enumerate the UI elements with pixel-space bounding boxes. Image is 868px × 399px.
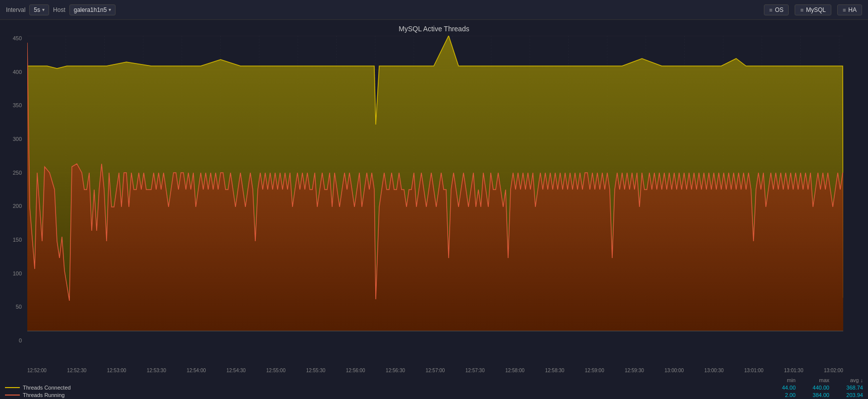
chart-container: MySQL Active Threads 0 50 100 150 200 25… — [0, 20, 868, 399]
y-label-450: 450 — [0, 36, 25, 41]
legend-item-connected: Threads Connected — [5, 385, 71, 391]
chart-svg — [27, 36, 843, 343]
topbar: Interval 5s Host galera1h1n5 ≡ OS ≡ MySQ… — [0, 0, 868, 20]
chart-title: MySQL Active Threads — [0, 20, 868, 35]
x-label-8: 12:56:00 — [346, 368, 365, 373]
y-label-400: 400 — [0, 69, 25, 75]
ha-label: HA — [848, 6, 857, 13]
y-label-250: 250 — [0, 170, 25, 176]
x-label-6: 12:55:00 — [266, 368, 286, 373]
connected-min: 44.00 — [766, 385, 796, 391]
host-label: Host — [53, 6, 65, 13]
legend-color-running — [5, 395, 20, 396]
x-label-18: 13:01:00 — [744, 368, 763, 373]
legend-label-connected: Threads Connected — [23, 385, 71, 391]
topbar-right: ≡ OS ≡ MySQL ≡ HA — [764, 4, 862, 15]
y-axis: 0 50 100 150 200 250 300 350 400 450 — [0, 36, 25, 343]
os-icon: ≡ — [769, 7, 772, 13]
y-label-100: 100 — [0, 271, 25, 276]
connected-max: 440.00 — [800, 385, 829, 391]
legend-color-connected — [5, 387, 20, 388]
y-label-200: 200 — [0, 203, 25, 209]
ha-nav-button[interactable]: ≡ HA — [837, 4, 862, 15]
running-min: 2.00 — [766, 392, 796, 398]
connected-avg: 368.74 — [833, 385, 863, 391]
interval-dropdown[interactable]: 5s — [29, 4, 49, 15]
y-label-150: 150 — [0, 237, 25, 243]
stat-header-max: max — [800, 377, 829, 383]
x-label-9: 12:56:30 — [386, 368, 405, 373]
x-label-16: 13:00:00 — [665, 368, 684, 373]
running-avg: 203.94 — [833, 392, 863, 398]
x-label-14: 12:59:00 — [585, 368, 604, 373]
ha-icon: ≡ — [843, 7, 846, 13]
stats-row-connected: 44.00 440.00 368.74 — [766, 385, 863, 391]
stat-header-min: min — [766, 377, 796, 383]
x-axis: 12:52:00 12:52:30 12:53:00 12:53:30 12:5… — [27, 368, 843, 373]
stats-header-row: min max avg ↓ — [766, 377, 863, 383]
legend-label-running: Threads Running — [23, 392, 64, 398]
x-label-2: 12:53:00 — [107, 368, 126, 373]
mysql-icon: ≡ — [800, 7, 803, 13]
y-label-0: 0 — [0, 338, 25, 343]
topbar-left: Interval 5s Host galera1h1n5 — [6, 4, 764, 15]
os-label: OS — [775, 6, 783, 13]
os-nav-button[interactable]: ≡ OS — [764, 4, 789, 15]
host-dropdown[interactable]: galera1h1n5 — [69, 4, 116, 15]
stat-header-avg: avg ↓ — [833, 377, 863, 383]
x-label-15: 12:59:30 — [625, 368, 644, 373]
y-label-350: 350 — [0, 103, 25, 108]
stats-row-running: 2.00 384.00 203.94 — [766, 392, 863, 398]
x-label-1: 12:52:30 — [67, 368, 86, 373]
legend-item-running: Threads Running — [5, 392, 71, 398]
mysql-label: MySQL — [806, 6, 826, 13]
x-label-20: 13:02:00 — [824, 368, 843, 373]
x-label-3: 12:53:30 — [147, 368, 166, 373]
x-label-12: 12:58:00 — [505, 368, 524, 373]
x-label-13: 12:58:30 — [545, 368, 564, 373]
interval-label: Interval — [6, 6, 25, 13]
x-label-0: 12:52:00 — [27, 368, 47, 373]
x-label-4: 12:54:00 — [186, 368, 206, 373]
mysql-nav-button[interactable]: ≡ MySQL — [795, 4, 831, 15]
legend: Threads Connected Threads Running — [5, 385, 71, 398]
x-label-17: 13:00:30 — [704, 368, 724, 373]
x-label-11: 12:57:30 — [465, 368, 485, 373]
x-label-19: 13:01:30 — [784, 368, 804, 373]
x-label-5: 12:54:30 — [227, 368, 246, 373]
running-max: 384.00 — [800, 392, 829, 398]
y-label-300: 300 — [0, 136, 25, 142]
x-label-10: 12:57:00 — [425, 368, 445, 373]
y-label-50: 50 — [0, 304, 25, 310]
stats-area: min max avg ↓ 44.00 440.00 368.74 2.00 3… — [766, 377, 863, 398]
x-label-7: 12:55:30 — [306, 368, 325, 373]
